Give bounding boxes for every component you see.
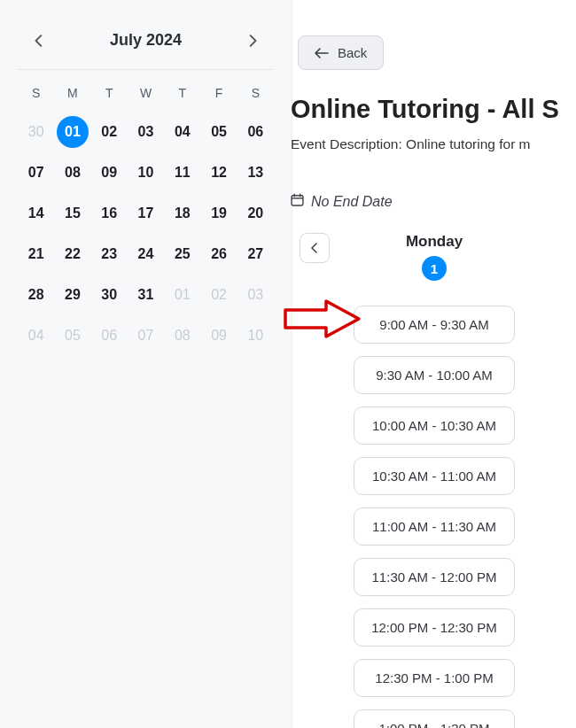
calendar-icon [291, 193, 304, 210]
time-slot-button[interactable]: 11:00 AM - 11:30 AM [354, 507, 515, 546]
event-description: Event Description: Online tutoring for m [291, 136, 576, 152]
calendar-grid: SMTWTFS300102030405060708091011121314151… [18, 70, 274, 353]
calendar-day[interactable]: 09 [91, 155, 128, 190]
calendar-day[interactable]: 13 [237, 155, 274, 190]
calendar-day[interactable]: 03 [128, 114, 164, 150]
time-slot-button[interactable]: 12:00 PM - 12:30 PM [354, 608, 515, 647]
calendar-day[interactable]: 04 [18, 318, 54, 353]
calendar-day[interactable]: 24 [128, 236, 164, 272]
calendar-title: July 2024 [110, 31, 182, 50]
calendar-day[interactable]: 09 [200, 318, 237, 353]
calendar-day[interactable]: 21 [18, 236, 54, 272]
calendar-day[interactable]: 12 [200, 155, 237, 190]
calendar-day[interactable]: 28 [18, 277, 54, 313]
calendar-day[interactable]: 07 [18, 155, 54, 190]
calendar-day[interactable]: 02 [200, 277, 237, 313]
calendar-dow: S [18, 86, 54, 109]
calendar-day[interactable]: 10 [128, 155, 164, 190]
calendar-day[interactable]: 05 [200, 114, 237, 150]
calendar-panel: July 2024 SMTWTFS30010203040506070809101… [0, 0, 292, 728]
end-date-row: No End Date [291, 193, 576, 210]
calendar-dow: M [54, 86, 90, 109]
calendar-day[interactable]: 11 [164, 155, 200, 190]
calendar-day[interactable]: 02 [91, 114, 128, 150]
time-slot-button[interactable]: 12:30 PM - 1:00 PM [354, 659, 515, 697]
calendar-day[interactable]: 27 [237, 236, 274, 272]
calendar-day[interactable]: 14 [18, 196, 54, 231]
calendar-day[interactable]: 16 [91, 196, 128, 231]
time-slot-button[interactable]: 10:30 AM - 11:00 AM [354, 457, 515, 495]
calendar-day[interactable]: 29 [54, 277, 90, 313]
calendar-day[interactable]: 30 [18, 114, 54, 150]
calendar-day[interactable]: 08 [164, 318, 200, 353]
calendar-next-button[interactable] [244, 32, 261, 50]
calendar-day[interactable]: 06 [91, 318, 128, 353]
calendar-day[interactable]: 01 [164, 277, 200, 313]
calendar-dow: T [164, 86, 200, 109]
selected-day-badge: 1 [422, 256, 447, 281]
calendar-dow: F [200, 86, 237, 109]
calendar-dow: W [128, 86, 164, 109]
time-slot-button[interactable]: 9:30 AM - 10:00 AM [354, 356, 515, 394]
selected-day-name: Monday [406, 233, 463, 251]
calendar-day[interactable]: 05 [54, 318, 90, 353]
calendar-day[interactable]: 20 [237, 196, 274, 231]
calendar-header: July 2024 [18, 31, 274, 70]
calendar-prev-button[interactable] [30, 32, 48, 50]
calendar-day[interactable]: 19 [200, 196, 237, 231]
calendar-day[interactable]: 31 [128, 277, 164, 313]
calendar-day[interactable]: 17 [128, 196, 164, 231]
time-slots-list: 9:00 AM - 9:30 AM9:30 AM - 10:00 AM10:00… [292, 306, 576, 728]
calendar-day[interactable]: 10 [237, 318, 274, 353]
day-selector: Monday 1 [292, 233, 576, 281]
no-end-date-label: No End Date [311, 194, 393, 210]
chevron-left-icon [35, 35, 43, 47]
calendar-dow: S [237, 86, 274, 109]
calendar-day[interactable]: 26 [200, 236, 237, 272]
calendar-day[interactable]: 03 [237, 277, 274, 313]
back-button[interactable]: Back [298, 35, 384, 70]
arrow-left-icon [315, 48, 329, 58]
svg-rect-0 [292, 196, 303, 205]
calendar-day[interactable]: 01 [57, 116, 89, 148]
time-slot-button[interactable]: 1:00 PM - 1:30 PM [354, 709, 515, 728]
calendar-day[interactable]: 30 [91, 277, 128, 313]
calendar-dow: T [91, 86, 128, 109]
time-slot-button[interactable]: 9:00 AM - 9:30 AM [354, 306, 515, 344]
page-title: Online Tutoring - All S [291, 95, 576, 124]
back-label: Back [338, 45, 367, 60]
calendar-day[interactable]: 15 [54, 196, 90, 231]
calendar-day[interactable]: 22 [54, 236, 90, 272]
time-slot-button[interactable]: 10:00 AM - 10:30 AM [354, 407, 515, 445]
detail-panel: Back Online Tutoring - All S Event Descr… [292, 0, 576, 728]
calendar-day[interactable]: 06 [237, 114, 274, 150]
day-prev-button[interactable] [300, 233, 330, 263]
calendar-day[interactable]: 25 [164, 236, 200, 272]
calendar-day[interactable]: 07 [128, 318, 164, 353]
chevron-right-icon [248, 35, 257, 47]
chevron-left-icon [311, 243, 318, 253]
calendar-day[interactable]: 23 [91, 236, 128, 272]
time-slot-button[interactable]: 11:30 AM - 12:00 PM [354, 558, 515, 596]
calendar-day[interactable]: 08 [54, 155, 90, 190]
calendar-day[interactable]: 04 [164, 114, 200, 150]
calendar-day[interactable]: 18 [164, 196, 200, 231]
